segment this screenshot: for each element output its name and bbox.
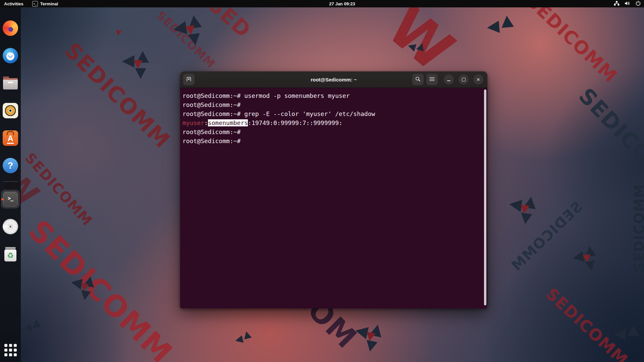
terminal-text-segment: root@Sedicomm:~#	[182, 137, 240, 144]
wallpaper-triangle	[70, 277, 83, 289]
terminal-output[interactable]: root@Sedicomm:~# usermod -p somenumbers …	[180, 88, 487, 308]
focused-app-indicator[interactable]: >_ Terminal	[32, 1, 58, 7]
dock-item-thunderbird[interactable]	[3, 48, 18, 63]
wallpaper-triangle-cluster	[122, 51, 152, 80]
terminal-icon: >_	[3, 192, 18, 206]
activities-label: Activities	[4, 1, 23, 6]
wallpaper-triangle-cluster	[106, 22, 128, 45]
terminal-text-segment: root@Sedicomm:~#	[182, 92, 244, 99]
dock-item-ubuntu-software[interactable]: A	[3, 130, 18, 146]
terminal-text-segment: :	[204, 119, 208, 126]
wallpaper-triangle	[135, 68, 146, 79]
wallpaper-triangle	[572, 251, 584, 263]
trash-icon: ♻	[3, 246, 18, 262]
wallpaper-triangle	[354, 324, 369, 339]
wallpaper-triangle	[122, 55, 135, 68]
wallpaper-triangle-cluster	[22, 318, 45, 342]
minimize-icon	[447, 80, 450, 81]
wallpaper-brand-text: SEDICOMM	[22, 213, 179, 362]
wallpaper-triangle-cluster	[352, 320, 386, 355]
menu-button[interactable]	[426, 74, 438, 85]
wallpaper-triangle-cluster	[172, 14, 207, 50]
focused-app-name: Terminal	[40, 1, 58, 6]
wallpaper-triangle	[115, 29, 122, 36]
wallpaper-triangle-cluster	[571, 245, 601, 275]
files-icon	[3, 78, 18, 89]
top-bar: Activities >_ Terminal 27 Jan 09:23	[0, 0, 644, 7]
dock: A ? >_ ♻	[0, 7, 21, 362]
terminal-text-segment: root@Sedicomm:~#	[182, 128, 240, 135]
ubuntu-software-icon: A	[3, 130, 18, 146]
terminal-text-segment: grep -E --color 'myuser' /etc/shadow	[244, 110, 375, 117]
dock-item-terminal[interactable]: >_	[1, 190, 20, 208]
wallpaper-triangle-cluster	[234, 330, 256, 353]
show-applications-button[interactable]	[4, 343, 17, 357]
terminal-window: root@Sedicomm: ~	[180, 71, 487, 308]
wallpaper-triangle	[243, 330, 252, 340]
dock-item-trash[interactable]: ♻	[3, 246, 18, 262]
terminal-line: root@Sedicomm:~#	[182, 127, 481, 136]
wallpaper-triangle	[628, 325, 639, 336]
disc-icon	[3, 219, 18, 234]
wallpaper-triangle	[234, 335, 244, 345]
wallpaper-triangle	[364, 340, 378, 353]
wallpaper-triangle-cluster	[614, 325, 642, 353]
terminal-text-segment: root@Sedicomm:~#	[182, 110, 244, 117]
network-icon[interactable]	[614, 1, 620, 7]
rhythmbox-icon	[3, 103, 18, 118]
dock-separator	[3, 181, 18, 182]
terminal-app-icon: >_	[32, 1, 38, 7]
hamburger-menu-icon	[429, 77, 435, 82]
terminal-text-segment: myuser	[182, 119, 204, 126]
clock[interactable]: 27 Jan 09:23	[329, 0, 355, 7]
thunderbird-icon	[3, 48, 18, 63]
terminal-text-segment: somenumbers	[208, 119, 248, 126]
wallpaper-triangle	[508, 198, 523, 212]
wallpaper-triangle	[172, 21, 187, 36]
window-titlebar[interactable]: root@Sedicomm: ~	[180, 71, 487, 88]
terminal-scrollbar[interactable]	[484, 89, 486, 305]
activities-button[interactable]: Activities	[4, 1, 23, 6]
terminal-line: myuser:somenumbers:19749:0:99999:7::9999…	[182, 118, 481, 127]
dock-item-disc[interactable]	[3, 219, 18, 234]
running-indicator-dot	[1, 198, 4, 200]
wallpaper-brand-text: SEDICOMM	[60, 38, 175, 153]
desktop: SEDICOMMSEDWSEDICOMMwww.SEDICOMMSEDICOMM…	[0, 0, 644, 362]
wallpaper-triangle	[520, 213, 532, 225]
close-button[interactable]: ✕	[473, 74, 483, 84]
system-tray[interactable]	[614, 0, 641, 7]
terminal-text-segment: usermod -p somenumbers myuser	[244, 92, 350, 99]
wallpaper-triangle-cluster	[68, 273, 98, 303]
wallpaper-triangle	[79, 290, 91, 301]
terminal-text-segment: root@Sedicomm:~#	[182, 101, 240, 108]
terminal-line: root@Sedicomm:~# usermod -p somenumbers …	[182, 91, 481, 100]
help-icon: ?	[3, 158, 18, 173]
firefox-icon	[3, 20, 18, 36]
maximize-button[interactable]	[459, 74, 469, 84]
wallpaper-triangle	[585, 260, 596, 272]
terminal-line: root@Sedicomm:~#	[182, 100, 481, 109]
volume-icon[interactable]	[625, 1, 631, 7]
close-icon: ✕	[477, 77, 480, 82]
wallpaper-triangle	[500, 15, 514, 28]
wallpaper-brand-text: SEDICOMM	[631, 184, 644, 272]
terminal-line: root@Sedicomm:~#	[182, 136, 481, 145]
dock-item-files[interactable]	[3, 75, 18, 91]
search-icon	[415, 76, 421, 83]
search-button[interactable]	[412, 74, 424, 85]
wallpaper-triangle	[188, 33, 201, 46]
wallpaper-triangle	[32, 319, 41, 328]
terminal-text-segment: :19749:0:99999:7::9999999:	[248, 119, 342, 126]
dock-item-rhythmbox[interactable]	[3, 103, 18, 118]
dock-item-help[interactable]: ?	[3, 158, 18, 173]
minimize-button[interactable]	[444, 74, 454, 84]
terminal-line: root@Sedicomm:~# grep -E --color 'myuser…	[182, 109, 481, 118]
wallpaper-triangle	[133, 60, 143, 69]
new-tab-button[interactable]	[183, 74, 195, 85]
dock-item-firefox[interactable]	[3, 20, 18, 36]
maximize-icon	[462, 78, 466, 81]
wallpaper-triangle	[486, 21, 500, 34]
wallpaper-triangle	[22, 323, 32, 333]
wallpaper-brand-text: SEDICO	[574, 83, 644, 168]
power-icon[interactable]	[636, 1, 641, 7]
